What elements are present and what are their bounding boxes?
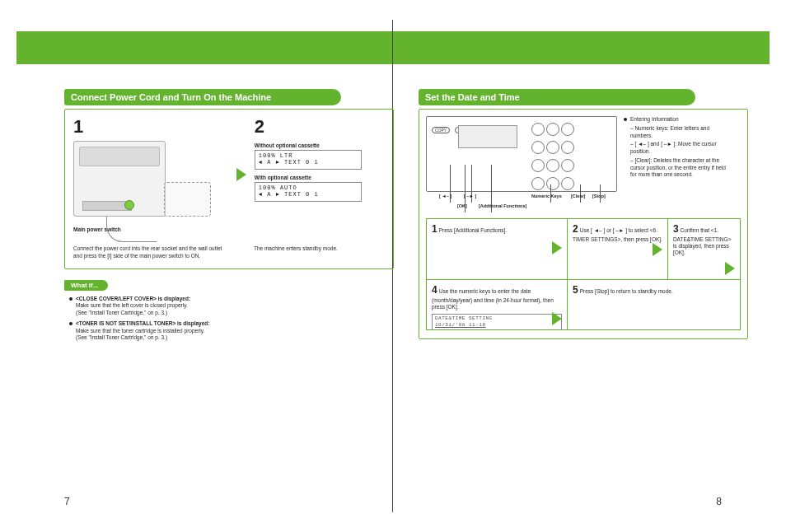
step-cell-3: 3Confirm that <1. DATE&TIME SETTING> is …	[667, 219, 740, 280]
arrow-icon	[725, 262, 735, 275]
step-cell-2: 2Use [ ◄– ] or [ –► ] to select <6. TIME…	[568, 219, 668, 280]
step2-text: Use [ ◄– ] or [ –► ] to select <6. TIMER…	[573, 227, 662, 242]
label-clear: [Clear]	[571, 194, 585, 198]
step-cell-5: 5Press [Stop] to return to standby mode.	[568, 279, 741, 329]
step1-text: Press [Additional Functions].	[439, 227, 507, 233]
lcd2-line1: 100% AUTO	[259, 184, 358, 191]
arrow-icon	[552, 241, 562, 254]
page-number-left: 7	[64, 496, 70, 507]
section-title-connect: Connect Power Cord and Turn On the Machi…	[64, 89, 341, 105]
whatif-item-2: <TONER IS NOT SET/INSTALL TONER> is disp…	[69, 320, 394, 342]
lcd-display-1: 100% LTR ◄ A ► TEXT 0 1	[255, 150, 362, 170]
info-line-3: [Clear]: Deletes the character at the cu…	[630, 157, 726, 178]
printer-illustration	[73, 141, 166, 217]
section-title-datetime: Set the Date and Time	[419, 89, 695, 105]
lcd1-line2: ◄ A ► TEXT 0 1	[259, 159, 358, 166]
datetime-box: COPY FAX SCAN	[419, 109, 748, 339]
page-number-right: 8	[716, 496, 722, 507]
lcd2-heading: With optional cassette	[255, 175, 385, 180]
label-ok: [OK]	[457, 203, 467, 208]
whatif2-line1: Make sure that the toner cartridge is in…	[76, 328, 204, 335]
bullet-icon	[624, 118, 627, 121]
step-2-number: 2	[255, 116, 385, 138]
step-1-number: 1	[73, 116, 228, 138]
label-numeric: Numeric Keys	[531, 194, 562, 198]
whatif1-line1: Make sure that the left cover is closed …	[76, 302, 188, 310]
what-if-section: What if... <CLOSE COVER/LEFT COVER> is d…	[64, 276, 394, 343]
step-1: 1 Main power switch	[73, 116, 228, 232]
step-2: 2 Without optional cassette 100% LTR ◄ A…	[255, 116, 385, 232]
steps-table: 1Press [Additional Functions]. 2Use [ ◄–…	[426, 218, 741, 330]
panel-diagram-wrap: COPY FAX SCAN	[426, 116, 617, 213]
lcd1-heading: Without optional cassette	[255, 142, 385, 148]
page: Connect Power Cord and Turn On the Machi…	[0, 0, 786, 532]
label-right-arrow: [ –► ]	[464, 194, 476, 198]
step3-text: Confirm that <1. DATE&TIME SETTING> is d…	[673, 227, 731, 255]
info-line-2: [ ◄– ] and [ –► ]: Move the cursor posit…	[630, 141, 717, 154]
entering-info: Entering Information – Numeric keys: Ent…	[624, 116, 732, 179]
control-panel-illustration: COPY FAX SCAN	[426, 116, 617, 192]
arrow-icon	[653, 243, 662, 256]
whatif1-line2: (See "Install Toner Cartridge," on p. 3.…	[76, 310, 167, 317]
arrow-icon	[236, 168, 246, 181]
label-left-arrow: [ ◄– ]	[439, 194, 451, 198]
step-cell-4: 4Use the numeric keys to enter the date …	[427, 279, 568, 329]
label-stop: [Stop]	[592, 194, 606, 198]
panel-screen	[458, 125, 517, 148]
right-column: Set the Date and Time COPY FAX SCAN	[419, 89, 748, 339]
whatif1-head: <CLOSE COVER/LEFT COVER> is displayed:	[76, 296, 190, 301]
lcd1-line1: 100% LTR	[259, 152, 358, 159]
socket-callout	[164, 182, 211, 217]
left-column: Connect Power Cord and Turn On the Machi…	[64, 89, 394, 342]
whatif2-head: <TONER IS NOT SET/INSTALL TONER> is disp…	[76, 320, 209, 326]
label-add-func: [Additional Functions]	[479, 203, 526, 208]
bullet-icon	[69, 297, 73, 301]
numeric-keypad	[531, 122, 611, 186]
step5-text: Press [Stop] to return to standby mode.	[580, 288, 673, 294]
whatif2-line2: (See "Install Toner Cartridge," on p. 3.…	[76, 334, 167, 342]
step4-text: Use the numeric keys to enter the date (…	[432, 288, 554, 310]
whatif-item-1: <CLOSE COVER/LEFT COVER> is displayed: M…	[69, 296, 394, 317]
step-cell-1: 1Press [Additional Functions].	[427, 219, 568, 280]
step2-body: The machine enters standby mode.	[254, 245, 385, 253]
info-heading: Entering Information	[630, 116, 679, 122]
power-cord-line	[106, 217, 157, 242]
power-switch-highlight	[124, 200, 134, 210]
lcd2-line2: ◄ A ► TEXT 0 1	[259, 191, 358, 198]
connect-box: 1 Main power switch 2 Without optional c…	[64, 109, 394, 269]
lcd-display-2: 100% AUTO ◄ A ► TEXT 0 1	[255, 182, 362, 202]
copy-pill: COPY	[432, 127, 450, 133]
what-if-pill: What if...	[64, 280, 108, 291]
header-bar	[16, 31, 770, 64]
info-line-1: Numeric keys: Enter letters and numbers.	[630, 125, 709, 138]
bullet-icon	[69, 322, 73, 325]
step1-body: Connect the power cord into the rear soc…	[73, 245, 229, 260]
arrow-icon	[552, 312, 562, 325]
